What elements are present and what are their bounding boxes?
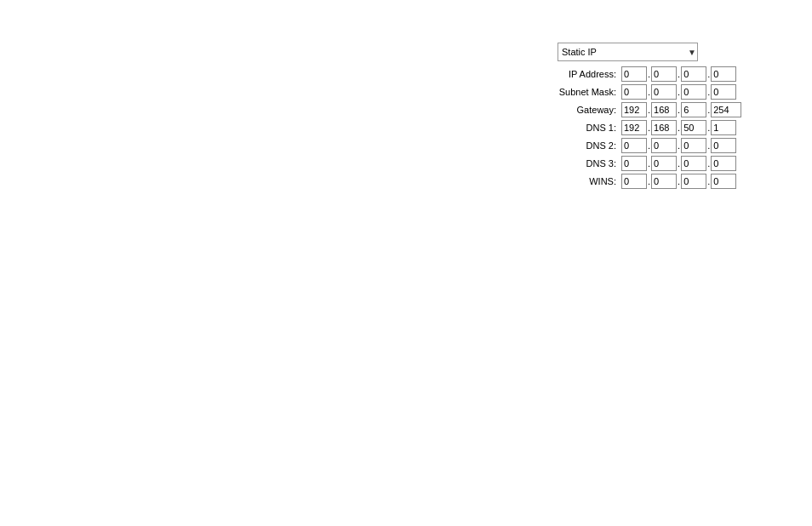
ip-address-row: IP Address: . . . xyxy=(558,66,796,82)
dns2-fields: . . . xyxy=(621,138,736,153)
dns1-field-2[interactable] xyxy=(651,120,677,135)
gateway-field-3[interactable] xyxy=(681,102,706,117)
mode-dropdown[interactable]: Static IP DHCP xyxy=(558,43,698,61)
dns2-row: DNS 2: . . . xyxy=(558,138,796,153)
dns2-field-1[interactable] xyxy=(621,138,647,153)
subnet-mask-fields: . . . xyxy=(621,84,736,100)
gateway-label: Gateway: xyxy=(558,105,621,115)
dns2-field-2[interactable] xyxy=(651,138,677,153)
dns1-field-3[interactable] xyxy=(681,120,706,135)
wins-fields: . . . xyxy=(621,174,736,189)
subnet-mask-row: Subnet Mask: . . . xyxy=(558,84,796,100)
wins-field-1[interactable] xyxy=(621,174,647,189)
subnet-field-1[interactable] xyxy=(621,84,647,100)
dns1-label: DNS 1: xyxy=(558,123,621,133)
mode-dropdown-wrapper: Static IP DHCP ▼ xyxy=(558,43,698,61)
wins-label: WINS: xyxy=(558,176,621,186)
wins-row: WINS: . . . xyxy=(558,174,796,189)
ip-address-field-4[interactable] xyxy=(711,66,736,82)
wins-field-3[interactable] xyxy=(681,174,706,189)
dns3-field-1[interactable] xyxy=(621,156,647,171)
ip-address-fields: . . . xyxy=(621,66,736,82)
wins-field-4[interactable] xyxy=(711,174,736,189)
dns1-fields: . . . xyxy=(621,120,736,135)
dns3-field-4[interactable] xyxy=(711,156,736,171)
ip-address-field-1[interactable] xyxy=(621,66,647,82)
dns1-field-4[interactable] xyxy=(711,120,736,135)
gateway-field-4[interactable] xyxy=(711,102,741,117)
dns2-field-3[interactable] xyxy=(681,138,706,153)
gateway-row: Gateway: . . . xyxy=(558,102,796,117)
dns3-field-2[interactable] xyxy=(651,156,677,171)
subnet-mask-label: Subnet Mask: xyxy=(558,87,621,97)
subnet-field-4[interactable] xyxy=(711,84,736,100)
dns1-row: DNS 1: . . . xyxy=(558,120,796,135)
gateway-field-1[interactable] xyxy=(621,102,647,117)
network-panel: Static IP DHCP ▼ IP Address: . . . Subne… xyxy=(558,43,796,192)
subnet-field-3[interactable] xyxy=(681,84,706,100)
subnet-field-2[interactable] xyxy=(651,84,677,100)
ip-address-field-3[interactable] xyxy=(681,66,706,82)
gateway-fields: . . . xyxy=(621,102,741,117)
ip-address-label: IP Address: xyxy=(558,69,621,79)
wins-field-2[interactable] xyxy=(651,174,677,189)
dns2-field-4[interactable] xyxy=(711,138,736,153)
dropdown-row: Static IP DHCP ▼ xyxy=(558,43,796,61)
gateway-field-2[interactable] xyxy=(651,102,677,117)
dns3-label: DNS 3: xyxy=(558,158,621,169)
ip-address-field-2[interactable] xyxy=(651,66,677,82)
dns3-row: DNS 3: . . . xyxy=(558,156,796,171)
dns3-fields: . . . xyxy=(621,156,736,171)
dns2-label: DNS 2: xyxy=(558,140,621,151)
dns1-field-1[interactable] xyxy=(621,120,647,135)
dns3-field-3[interactable] xyxy=(681,156,706,171)
